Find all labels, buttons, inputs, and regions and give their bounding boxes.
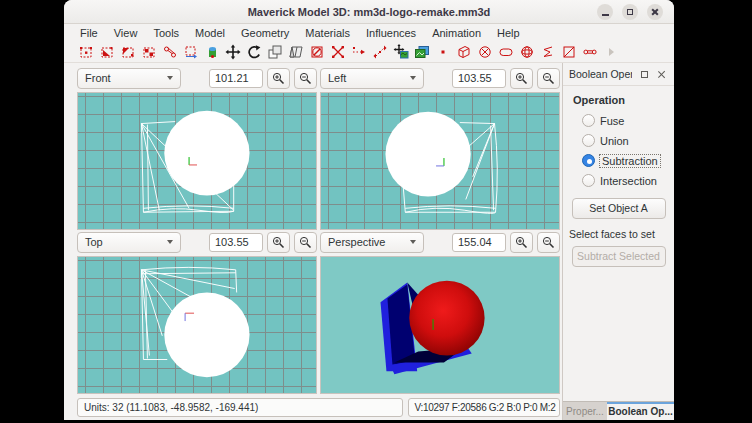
radio-subtraction[interactable]: Subtraction	[582, 154, 674, 167]
panel-body: Operation Fuse Union Subtraction Interse…	[563, 85, 674, 420]
select-connected-icon[interactable]	[120, 44, 136, 60]
view-selector-left[interactable]: Left	[320, 68, 424, 89]
menu-influences[interactable]: Influences	[358, 26, 424, 40]
minimize-button[interactable]	[597, 4, 613, 20]
panel-float-button[interactable]	[638, 68, 650, 80]
zoom-in-button-left[interactable]	[510, 68, 533, 89]
status-model-stats: V:10297 F:20586 G:2 B:0 P:0 M:2	[408, 398, 560, 417]
view-selector-front[interactable]: Front	[77, 68, 181, 89]
zoom-level-input-front[interactable]	[209, 69, 263, 88]
select-groups-icon[interactable]	[141, 44, 157, 60]
menu-materials[interactable]: Materials	[297, 26, 358, 40]
move-icon[interactable]	[225, 44, 241, 60]
chevron-down-icon	[410, 240, 416, 244]
menu-view[interactable]: View	[106, 26, 146, 40]
weld-vertices-icon[interactable]	[330, 44, 346, 60]
view-selector-left-value: Left	[328, 72, 346, 84]
zoom-out-button-front[interactable]	[294, 68, 317, 89]
status-units: Units: 32 (11.1083, -48.9582, -169.441)	[77, 398, 403, 417]
menu-file[interactable]: File	[72, 26, 106, 40]
snap-together-icon[interactable]	[351, 44, 367, 60]
chevron-down-icon	[410, 76, 416, 80]
main-area: Front	[64, 63, 674, 420]
panel-title: Boolean Operation	[569, 68, 632, 80]
toolbar-overflow-icon[interactable]	[603, 44, 619, 60]
select-faces-icon[interactable]	[99, 44, 115, 60]
window-title: Maverick Model 3D: mm3d-logo-remake.mm3d	[248, 6, 491, 18]
select-projections-icon[interactable]	[204, 44, 220, 60]
scale-icon[interactable]	[372, 44, 388, 60]
zoom-in-button-top[interactable]	[267, 232, 290, 253]
view-selector-top[interactable]: Top	[77, 232, 181, 253]
radio-union[interactable]: Union	[582, 134, 674, 147]
select-vertices-icon[interactable]	[78, 44, 94, 60]
magnifier-minus-icon	[542, 236, 555, 249]
menu-tools[interactable]: Tools	[145, 26, 187, 40]
create-cube-icon[interactable]	[456, 44, 472, 60]
viewport-front[interactable]	[77, 92, 317, 230]
menu-geometry[interactable]: Geometry	[233, 26, 297, 40]
radio-fuse-label: Fuse	[600, 115, 624, 127]
maximize-icon	[627, 9, 633, 15]
front-view-canvas	[78, 93, 316, 229]
subtract-selected-button: Subtract Selected	[572, 246, 666, 267]
radio-subtraction-label: Subtraction	[600, 155, 660, 167]
viewport-top[interactable]	[77, 256, 317, 394]
menu-help[interactable]: Help	[489, 26, 528, 40]
menu-animation[interactable]: Animation	[424, 26, 489, 40]
left-view-canvas	[321, 93, 559, 229]
magnifier-minus-icon	[542, 72, 555, 85]
radio-intersection[interactable]: Intersection	[582, 174, 674, 187]
move-background-image-icon[interactable]	[393, 44, 409, 60]
titlebar[interactable]: Maverick Model 3D: mm3d-logo-remake.mm3d	[64, 0, 674, 24]
zoom-out-button-top[interactable]	[294, 232, 317, 253]
select-points-icon[interactable]	[183, 44, 199, 60]
zoom-out-button-left[interactable]	[537, 68, 560, 89]
magnifier-plus-icon	[272, 72, 285, 85]
maximize-button[interactable]	[622, 4, 638, 20]
create-cylinder-icon[interactable]	[498, 44, 514, 60]
panel-close-button[interactable]	[656, 68, 668, 80]
create-sphere-icon[interactable]	[477, 44, 493, 60]
zoom-level-input-left[interactable]	[452, 69, 506, 88]
viewport-left[interactable]	[320, 92, 560, 230]
rotate-icon[interactable]	[246, 44, 262, 60]
view-selector-perspective[interactable]: Perspective	[320, 232, 424, 253]
tab-boolean-operation[interactable]: Boolean Op...	[607, 402, 674, 420]
radio-circle-icon	[582, 114, 595, 127]
extrude-icon[interactable]	[267, 44, 283, 60]
select-bone-joints-icon[interactable]	[162, 44, 178, 60]
zoom-in-button-front[interactable]	[267, 68, 290, 89]
minimize-icon	[602, 14, 609, 16]
statusbar: Units: 32 (11.1083, -48.9582, -169.441) …	[77, 398, 560, 417]
radio-fuse[interactable]: Fuse	[582, 114, 674, 127]
viewport-cell-top: Top	[77, 230, 317, 394]
zoom-in-button-perspective[interactable]	[510, 232, 533, 253]
perspective-view-canvas	[321, 257, 559, 393]
create-vertex-icon[interactable]	[435, 44, 451, 60]
create-geosphere-icon[interactable]	[519, 44, 535, 60]
operation-label: Operation	[573, 94, 674, 106]
menu-model[interactable]: Model	[187, 26, 233, 40]
background-images-icon[interactable]	[414, 44, 430, 60]
create-torus-icon[interactable]	[540, 44, 556, 60]
shear-icon[interactable]	[288, 44, 304, 60]
chevron-down-icon	[167, 76, 173, 80]
zoom-level-input-top[interactable]	[209, 233, 263, 252]
tab-properties[interactable]: Proper...	[563, 402, 607, 420]
panel-header: Boolean Operation	[563, 63, 674, 85]
toolbar	[64, 42, 674, 63]
close-icon	[658, 70, 666, 78]
delete-faces-icon[interactable]	[309, 44, 325, 60]
set-object-a-button[interactable]: Set Object A	[572, 198, 666, 219]
close-button[interactable]	[647, 4, 663, 20]
create-bone-joint-icon[interactable]	[582, 44, 598, 60]
viewport-cell-front: Front	[77, 66, 317, 230]
view-selector-perspective-value: Perspective	[328, 236, 385, 248]
window-controls	[597, 4, 663, 20]
create-plane-icon[interactable]	[561, 44, 577, 60]
magnifier-plus-icon	[515, 72, 528, 85]
zoom-out-button-perspective[interactable]	[537, 232, 560, 253]
viewport-perspective[interactable]	[320, 256, 560, 394]
zoom-level-input-perspective[interactable]	[452, 233, 506, 252]
